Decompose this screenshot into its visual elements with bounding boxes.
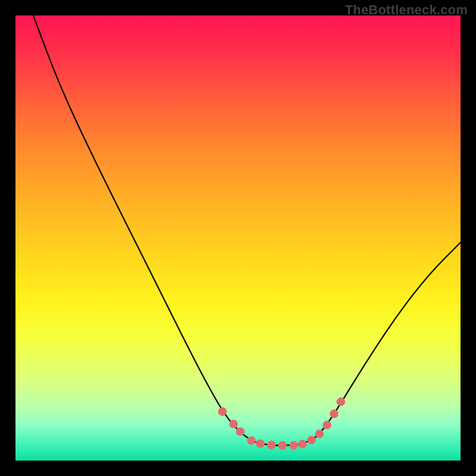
highlight-marker — [337, 397, 345, 406]
chart-svg — [15, 15, 461, 461]
chart-frame: TheBottleneck.com — [0, 0, 476, 476]
highlight-marker — [256, 439, 264, 447]
highlight-marker — [218, 408, 227, 416]
highlight-marker — [247, 436, 255, 444]
highlight-marker — [322, 421, 331, 429]
highlight-marker — [330, 409, 338, 418]
highlight-marker — [236, 427, 245, 436]
highlight-marker — [298, 440, 306, 448]
marker-group — [218, 397, 345, 450]
highlight-marker — [307, 436, 315, 444]
plot-area — [15, 15, 461, 461]
highlight-marker — [289, 441, 298, 449]
highlight-marker — [315, 430, 324, 438]
highlight-marker — [267, 441, 275, 449]
highlight-marker — [229, 419, 237, 428]
highlight-marker — [278, 441, 287, 449]
bottleneck-curve — [33, 15, 461, 446]
watermark: TheBottleneck.com — [345, 2, 468, 18]
